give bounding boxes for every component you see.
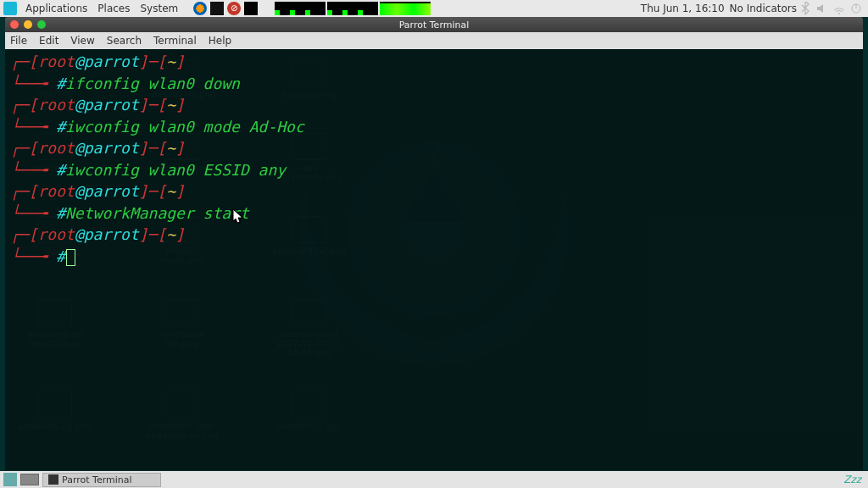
firefox-icon[interactable] (193, 2, 207, 15)
svg-point-0 (838, 13, 840, 14)
command-line: └──╼ #ifconfig wlan0 down (10, 73, 858, 95)
show-desktop-icon[interactable] (3, 473, 17, 486)
terminal-cursor (66, 249, 75, 266)
cpu-graph-icon (275, 2, 326, 15)
mouse-cursor-icon (232, 208, 244, 225)
sleep-indicator[interactable]: Zzz (843, 474, 861, 485)
tray-app-icon[interactable] (244, 2, 258, 15)
volume-icon[interactable] (815, 2, 829, 15)
prompt-line: ┌─[root@parrot]─[~] (10, 51, 858, 73)
menu-terminal[interactable]: Terminal (153, 35, 197, 47)
prompt-line: ┌─[root@parrot]─[~] (10, 94, 858, 116)
task-app-icon (48, 474, 58, 485)
menu-search[interactable]: Search (107, 35, 142, 47)
terminal-body[interactable]: ┌─[root@parrot]─[~] └──╼ #ifconfig wlan0… (5, 49, 863, 470)
workspace-switcher-icon[interactable] (20, 474, 39, 485)
command-line: └──╼ #NetworkManager start (10, 202, 858, 225)
window-titlebar[interactable]: Parrot Terminal (5, 17, 863, 32)
indicators-label: No Indicators (730, 3, 797, 14)
terminal-icon[interactable] (210, 2, 224, 15)
tray-icons: ⊘ (193, 2, 258, 15)
taskbar-entry-terminal[interactable]: Parrot Terminal (42, 473, 161, 487)
command-line: └──╼ # (10, 246, 858, 268)
command-line: └──╼ #iwconfig wlan0 mode Ad-Hoc (10, 116, 858, 138)
terminal-menubar: File Edit View Search Terminal Help (5, 32, 863, 49)
prompt-line: ┌─[root@parrot]─[~] (10, 180, 858, 202)
panel-menu-places[interactable]: Places (97, 3, 130, 14)
menu-edit[interactable]: Edit (39, 35, 58, 47)
window-close-icon[interactable] (10, 20, 19, 29)
panel-menu-system[interactable]: System (140, 3, 178, 14)
power-icon[interactable] (849, 2, 863, 15)
terminal-window: Parrot Terminal File Edit View Search Te… (5, 17, 863, 470)
net-graph-icon (380, 2, 431, 15)
task-label: Parrot Terminal (62, 474, 132, 485)
prompt-line: ┌─[root@parrot]─[~] (10, 137, 858, 159)
window-title: Parrot Terminal (399, 19, 470, 30)
window-maximize-icon[interactable] (37, 20, 46, 29)
noscript-icon[interactable]: ⊘ (227, 2, 241, 15)
system-monitor-applet[interactable] (275, 2, 431, 15)
mem-graph-icon (327, 2, 378, 15)
bluetooth-icon[interactable] (798, 2, 812, 15)
menu-view[interactable]: View (70, 35, 94, 47)
clock[interactable]: Thu Jun 1, 16:10 (641, 3, 725, 14)
window-minimize-icon[interactable] (24, 20, 32, 29)
prompt-line: ┌─[root@parrot]─[~] (10, 224, 858, 246)
panel-menu-applications[interactable]: Applications (25, 3, 87, 14)
top-panel: Applications Places System ⊘ Thu Jun 1, … (0, 0, 868, 17)
network-icon[interactable] (832, 2, 846, 15)
bottom-taskbar: Parrot Terminal Zzz (0, 471, 868, 488)
command-line: └──╼ #iwconfig wlan0 ESSID any (10, 159, 858, 181)
menu-file[interactable]: File (10, 35, 27, 47)
launcher-icon[interactable] (3, 2, 17, 15)
menu-help[interactable]: Help (209, 35, 231, 47)
